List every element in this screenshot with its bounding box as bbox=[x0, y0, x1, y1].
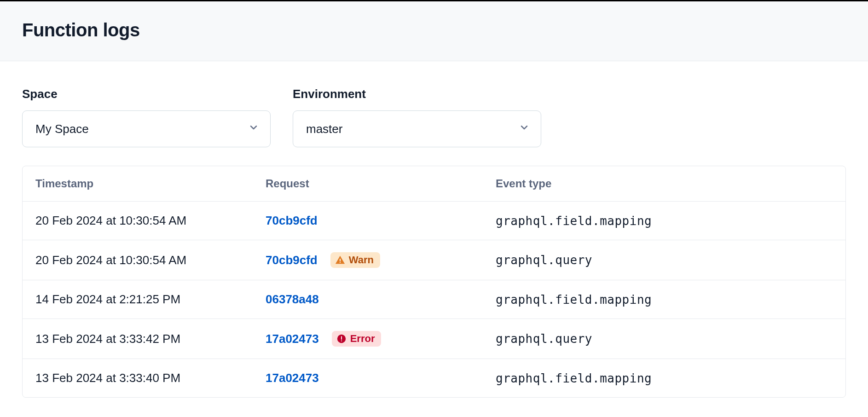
chevron-down-icon bbox=[248, 122, 259, 136]
svg-rect-3 bbox=[341, 336, 342, 340]
request-link[interactable]: 06378a48 bbox=[266, 292, 319, 307]
warning-icon bbox=[335, 255, 345, 265]
col-event-type: Event type bbox=[496, 177, 833, 190]
cell-timestamp: 20 Feb 2024 at 10:30:54 AM bbox=[35, 253, 266, 267]
filter-environment-label: Environment bbox=[293, 87, 541, 101]
badge-label: Warn bbox=[349, 254, 374, 266]
table-header-row: Timestamp Request Event type bbox=[23, 166, 845, 202]
cell-event-type: graphql.field.mapping bbox=[496, 214, 833, 228]
page-title: Function logs bbox=[22, 20, 846, 41]
filter-bar: Space My Space Environment master bbox=[0, 61, 868, 166]
table-row[interactable]: 14 Feb 2024 at 2:21:25 PM06378a48graphql… bbox=[23, 280, 845, 319]
logs-table: Timestamp Request Event type 20 Feb 2024… bbox=[22, 166, 846, 398]
status-badge-warn: Warn bbox=[330, 252, 380, 268]
cell-timestamp: 13 Feb 2024 at 3:33:42 PM bbox=[35, 332, 266, 346]
cell-request: 17a02473Error bbox=[266, 331, 496, 347]
cell-timestamp: 14 Feb 2024 at 2:21:25 PM bbox=[35, 292, 266, 307]
space-select-value: My Space bbox=[35, 122, 89, 136]
error-icon bbox=[336, 334, 347, 344]
table-row[interactable]: 20 Feb 2024 at 10:30:54 AM70cb9cfdWarngr… bbox=[23, 240, 845, 280]
table-row[interactable]: 13 Feb 2024 at 3:33:42 PM17a02473Errorgr… bbox=[23, 319, 845, 359]
cell-event-type: graphql.field.mapping bbox=[496, 293, 833, 307]
cell-event-type: graphql.query bbox=[496, 253, 833, 267]
cell-request: 06378a48 bbox=[266, 292, 496, 307]
chevron-down-icon bbox=[519, 122, 530, 136]
filter-environment: Environment master bbox=[293, 87, 541, 147]
cell-request: 70cb9cfd bbox=[266, 214, 496, 228]
request-link[interactable]: 70cb9cfd bbox=[266, 253, 318, 267]
badge-label: Error bbox=[350, 333, 375, 345]
status-badge-error: Error bbox=[332, 331, 382, 347]
cell-timestamp: 20 Feb 2024 at 10:30:54 AM bbox=[35, 214, 266, 228]
cell-request: 70cb9cfdWarn bbox=[266, 252, 496, 268]
environment-select[interactable]: master bbox=[293, 110, 541, 147]
cell-event-type: graphql.query bbox=[496, 332, 833, 346]
request-link[interactable]: 17a02473 bbox=[266, 332, 319, 346]
cell-timestamp: 13 Feb 2024 at 3:33:40 PM bbox=[35, 371, 266, 385]
table-row[interactable]: 13 Feb 2024 at 3:33:40 PM17a02473graphql… bbox=[23, 359, 845, 397]
svg-rect-0 bbox=[340, 259, 341, 261]
environment-select-value: master bbox=[306, 122, 342, 136]
request-link[interactable]: 70cb9cfd bbox=[266, 214, 318, 228]
space-select[interactable]: My Space bbox=[22, 110, 271, 147]
page-header: Function logs bbox=[0, 1, 868, 61]
col-request: Request bbox=[266, 177, 496, 190]
request-link[interactable]: 17a02473 bbox=[266, 371, 319, 385]
cell-request: 17a02473 bbox=[266, 371, 496, 385]
filter-space-label: Space bbox=[22, 87, 271, 101]
svg-rect-1 bbox=[340, 262, 341, 263]
cell-event-type: graphql.field.mapping bbox=[496, 371, 833, 385]
col-timestamp: Timestamp bbox=[35, 177, 266, 190]
filter-space: Space My Space bbox=[22, 87, 271, 147]
svg-rect-4 bbox=[341, 341, 342, 342]
table-row[interactable]: 20 Feb 2024 at 10:30:54 AM70cb9cfdgraphq… bbox=[23, 202, 845, 240]
